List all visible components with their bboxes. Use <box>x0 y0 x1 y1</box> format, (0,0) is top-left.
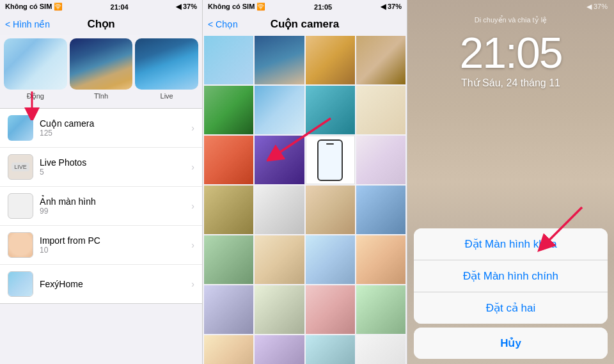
lock-screen-date: Thứ Sáu, 24 tháng 11 <box>407 77 614 89</box>
chevron-icon-import: › <box>191 240 194 250</box>
baby-face-img <box>8 232 33 258</box>
still-label: Tĩnh <box>70 92 133 100</box>
list-item-import[interactable]: Import from PC 10 › <box>0 226 202 265</box>
status-battery-p2: ◀ 37% <box>381 3 402 11</box>
photo-cell-19[interactable] <box>306 235 355 284</box>
fexy-thumb <box>8 271 33 297</box>
photo-cell-26[interactable] <box>255 335 304 364</box>
photo-grid <box>203 35 407 364</box>
status-battery-p1: ◀ 37% <box>176 3 197 11</box>
photo-cell-22[interactable] <box>255 285 304 334</box>
action-sheet-options: Đặt Màn hình khóa Đặt Màn hình chính Đặt… <box>414 228 608 324</box>
status-bar-p1: Không có SIM 🛜 21:04 ◀ 37% <box>0 0 202 13</box>
photo-cell-15[interactable] <box>306 186 355 234</box>
live-label: Live <box>135 92 198 100</box>
lock-screen-time: 21:05 <box>407 31 614 74</box>
import-name: Import from PC <box>40 235 191 246</box>
status-bar-p2: Không có SIM 🛜 21:05 ◀ 37% <box>203 0 407 13</box>
photo-cell-25[interactable] <box>204 335 253 364</box>
list-item-live-photos[interactable]: LIVE Live Photos 5 › <box>0 148 202 187</box>
back-button-p2[interactable]: < Chọn <box>208 19 238 29</box>
action-sheet: Đặt Màn hình khóa Đặt Màn hình chính Đặt… <box>414 228 608 364</box>
action-set-home-screen[interactable]: Đặt Màn hình chính <box>414 260 608 292</box>
nav-bar-p1: < Hình nền Chọn <box>0 13 202 35</box>
photo-cell-3[interactable] <box>306 36 355 84</box>
live-btn: LIVE <box>12 162 29 171</box>
live-photos-thumb: LIVE <box>8 154 33 180</box>
status-time-p1: 21:04 <box>111 3 129 11</box>
list-item-fexy[interactable]: FexýHome › <box>0 265 202 303</box>
photo-cell-20[interactable] <box>356 235 405 284</box>
photo-cell-6[interactable] <box>255 86 304 134</box>
photo-cell-9[interactable] <box>204 136 253 184</box>
photo-cell-4[interactable] <box>356 36 405 84</box>
live-photos-info: Live Photos 5 <box>40 157 191 177</box>
status-bar-p3: ◀ 37% <box>407 0 614 12</box>
photo-cell-16[interactable] <box>356 186 405 234</box>
import-info: Import from PC 10 <box>40 235 191 255</box>
fexy-info: FexýHome <box>40 279 191 289</box>
chevron-icon-camera: › <box>191 123 194 133</box>
phone-mockup-img <box>317 139 343 181</box>
wallpaper-grid <box>0 35 202 92</box>
live-photos-count: 5 <box>40 168 191 177</box>
camera-roll-info: Cuộn camera 125 <box>40 118 191 138</box>
status-time-p2: 21:05 <box>314 3 332 11</box>
red-arrow-p1 <box>19 88 70 120</box>
nav-title-p1: Chọn <box>87 17 114 31</box>
nav-bar-p2: < Chọn Cuộn camera <box>203 13 407 35</box>
anh-count: 99 <box>40 207 191 216</box>
nav-title-p2: Cuộn camera <box>271 17 339 31</box>
import-thumb <box>8 232 33 258</box>
action-cancel-button[interactable]: Hủy <box>414 328 608 359</box>
list-item-camera-roll[interactable]: Cuộn camera 125 › <box>0 109 202 148</box>
import-count: 10 <box>40 246 191 255</box>
status-battery-p3: ◀ 37% <box>586 3 608 11</box>
action-set-both[interactable]: Đặt cả hai <box>414 292 608 324</box>
wallpaper-dynamic[interactable] <box>4 38 67 90</box>
photo-cell-8[interactable] <box>356 86 405 134</box>
fexy-name: FexýHome <box>40 279 191 289</box>
panel-wallpaper-select: Không có SIM 🛜 21:04 ◀ 37% < Hình nền Ch… <box>0 0 202 364</box>
photo-cell-24[interactable] <box>356 285 405 334</box>
photo-cell-10[interactable] <box>255 136 304 184</box>
albums-list: Cuộn camera 125 › LIVE Live Photos 5 <box>0 108 202 304</box>
photo-cell-13[interactable] <box>204 186 253 234</box>
photo-cell-14[interactable] <box>255 186 304 234</box>
anh-thumb <box>8 193 33 219</box>
anh-info: Ảnh màn hình 99 <box>40 196 191 216</box>
photo-cell-28[interactable] <box>356 335 405 364</box>
panel-camera-roll: Không có SIM 🛜 21:05 ◀ 37% < Chọn Cuộn c… <box>202 0 407 364</box>
live-photos-name: Live Photos <box>40 157 191 168</box>
status-carrier-p1: Không có SIM 🛜 <box>5 3 63 11</box>
photo-cell-18[interactable] <box>255 235 304 284</box>
fexy-img <box>8 272 33 297</box>
photo-cell-2[interactable] <box>255 36 304 84</box>
status-carrier-p2: Không có SIM 🛜 <box>208 3 265 11</box>
photo-cell-21[interactable] <box>204 285 253 334</box>
anh-name: Ảnh màn hình <box>40 196 191 207</box>
panel-wallpaper-preview: ◀ 37% Di chuyển và chia tỷ lệ 21:05 Thứ … <box>407 0 614 364</box>
back-button-p1[interactable]: < Hình nền <box>5 19 50 29</box>
photo-cell-23[interactable] <box>306 285 355 334</box>
list-item-anh-man-hinh[interactable]: Ảnh màn hình 99 › <box>0 187 202 226</box>
hint-text: Di chuyển và chia tỷ lệ <box>407 12 614 24</box>
photo-cell-phone[interactable] <box>306 136 355 184</box>
action-sheet-cancel-group: Hủy <box>414 328 608 359</box>
chevron-icon-live: › <box>191 162 194 172</box>
chevron-icon-fexy: › <box>191 279 194 289</box>
wallpaper-still[interactable] <box>70 38 133 90</box>
photo-cell-7[interactable] <box>306 86 355 134</box>
photo-cell-17[interactable] <box>204 235 253 284</box>
camera-roll-count: 125 <box>40 129 191 138</box>
wallpaper-live[interactable] <box>135 38 198 90</box>
photo-cell-5[interactable] <box>204 86 253 134</box>
photo-cell-27[interactable] <box>306 335 355 364</box>
chevron-icon-anh: › <box>191 201 194 211</box>
photo-cell-12[interactable] <box>356 136 405 184</box>
action-set-lock-screen[interactable]: Đặt Màn hình khóa <box>414 228 608 260</box>
photo-cell-1[interactable] <box>204 36 253 84</box>
